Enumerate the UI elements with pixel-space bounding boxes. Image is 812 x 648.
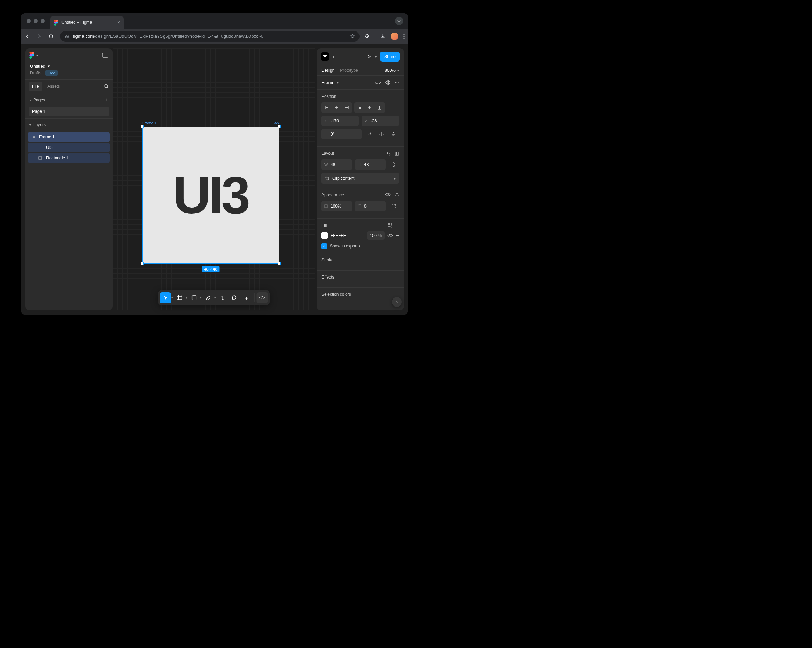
corners-icon[interactable]	[389, 201, 399, 211]
add-effect-icon[interactable]: +	[397, 275, 399, 280]
show-exports-checkbox[interactable]: ✓	[321, 243, 327, 249]
code-icon[interactable]: </>	[375, 80, 381, 85]
rotation-input[interactable]: 0°	[321, 129, 362, 139]
resize-handle[interactable]	[141, 125, 143, 128]
layer-frame[interactable]: ⌗ Frame 1	[28, 132, 110, 142]
resize-handle[interactable]	[278, 125, 281, 128]
flip-v-icon[interactable]	[388, 129, 399, 139]
chevron-down-icon[interactable]: ▾	[375, 55, 377, 59]
layer-text[interactable]: T UI3	[28, 143, 110, 152]
align-hcenter[interactable]	[332, 103, 342, 112]
dev-mode-tool[interactable]: </>	[257, 292, 268, 303]
visibility-icon[interactable]	[385, 193, 391, 197]
present-button[interactable]	[366, 54, 371, 59]
help-button[interactable]: ?	[392, 297, 402, 307]
component-icon[interactable]	[385, 80, 390, 85]
actions-tool[interactable]: +	[241, 292, 252, 303]
resize-handle[interactable]	[141, 262, 143, 265]
align-left[interactable]	[322, 103, 332, 112]
team-icon[interactable]	[321, 52, 329, 61]
new-tab-button[interactable]: +	[127, 17, 136, 25]
shape-tool[interactable]	[189, 292, 200, 303]
add-stroke-icon[interactable]: +	[397, 258, 399, 263]
add-page-button[interactable]: +	[105, 97, 108, 103]
align-bottom[interactable]	[375, 103, 384, 112]
autolayout-wrap-icon[interactable]	[386, 151, 391, 156]
fill-visibility-icon[interactable]	[388, 234, 393, 238]
browser-tab[interactable]: Untitled – Figma ×	[50, 16, 124, 29]
bookmark-icon[interactable]	[350, 34, 355, 39]
fill-opacity[interactable]: 100%	[367, 231, 385, 240]
y-input[interactable]: Y-36	[362, 116, 399, 126]
layer-rect[interactable]: Rectangle 1	[28, 153, 110, 163]
browser-menu-icon[interactable]	[403, 34, 404, 39]
profile-avatar[interactable]	[391, 32, 398, 40]
zoom-control[interactable]: 800%▾	[385, 68, 399, 73]
canvas[interactable]: Frame 1 </> UI3 48 × 48 ▾ ▾	[113, 48, 315, 310]
tab-design[interactable]: Design	[321, 68, 334, 73]
svg-rect-23	[387, 80, 389, 82]
window-controls[interactable]	[24, 19, 47, 23]
blend-icon[interactable]	[395, 193, 399, 197]
add-fill-icon[interactable]: +	[397, 223, 399, 228]
share-button[interactable]: Share	[380, 52, 400, 61]
tab-prototype[interactable]: Prototype	[340, 68, 358, 73]
chevron-down-icon[interactable]: ▾	[186, 296, 188, 300]
frame-label[interactable]: Frame 1	[142, 121, 157, 125]
align-right[interactable]	[342, 103, 351, 112]
tab-file[interactable]: File	[29, 82, 42, 91]
downloads-icon[interactable]	[380, 33, 386, 39]
constrain-icon[interactable]	[389, 159, 399, 170]
more-align-icon[interactable]: ⋯	[394, 104, 399, 111]
align-top[interactable]	[355, 103, 365, 112]
pages-header[interactable]: ▾Pages	[29, 98, 45, 102]
frame-tool[interactable]	[174, 292, 186, 303]
width-input[interactable]: W48	[321, 159, 352, 170]
panel-toggle-icon[interactable]	[102, 53, 108, 58]
svg-rect-1	[65, 35, 67, 36]
chevron-down-icon[interactable]: ▾	[333, 55, 334, 59]
align-vcenter[interactable]	[365, 103, 375, 112]
dimensions-badge: 48 × 48	[201, 266, 220, 272]
layers-header[interactable]: ▾Layers	[29, 122, 46, 127]
fill-swatch[interactable]	[321, 232, 328, 239]
url-path: /design/ESaUdUOqVTExjPRxaYSg5g/Untitled?…	[94, 34, 263, 39]
address-bar[interactable]: figma.com/design/ESaUdUOqVTExjPRxaYSg5g/…	[60, 31, 360, 41]
figma-menu[interactable]: ▾	[29, 52, 38, 59]
height-input[interactable]: H48	[355, 159, 386, 170]
file-name[interactable]: Untitled ▾	[25, 62, 113, 70]
drafts-link[interactable]: Drafts	[30, 70, 41, 75]
remove-fill-icon[interactable]: −	[396, 232, 399, 239]
styles-icon[interactable]	[388, 223, 392, 228]
opacity-input[interactable]: 100%	[321, 201, 352, 211]
tab-close-icon[interactable]: ×	[118, 20, 120, 25]
back-button[interactable]	[24, 34, 32, 39]
pen-tool[interactable]	[203, 292, 214, 303]
chevron-down-icon[interactable]: ▾	[171, 296, 174, 300]
flip-90-icon[interactable]	[365, 129, 375, 139]
move-tool[interactable]	[160, 292, 171, 303]
devmode-icon[interactable]: </>	[274, 121, 279, 125]
resize-handle[interactable]	[278, 262, 281, 265]
frame-type[interactable]: Frame▾	[321, 80, 339, 85]
radius-input[interactable]: 0	[355, 201, 386, 211]
autolayout-add-icon[interactable]	[394, 151, 399, 156]
chevron-down-icon[interactable]: ▾	[214, 296, 217, 300]
more-icon[interactable]: ⋯	[394, 80, 399, 85]
tab-overflow-button[interactable]	[395, 17, 403, 25]
tab-assets[interactable]: Assets	[44, 82, 63, 91]
x-input[interactable]: X-170	[321, 116, 359, 126]
fill-hex[interactable]: FFFFFF	[331, 233, 364, 238]
page-item[interactable]: Page 1	[29, 107, 109, 116]
flip-h-icon[interactable]	[376, 129, 387, 139]
chevron-down-icon[interactable]: ▾	[200, 296, 202, 300]
clip-content-select[interactable]: Clip content ▾	[321, 173, 399, 184]
comment-tool[interactable]	[229, 292, 240, 303]
forward-button[interactable]	[36, 34, 44, 39]
search-icon[interactable]	[104, 84, 109, 89]
text-tool[interactable]: T	[217, 292, 229, 303]
selected-frame[interactable]: UI3 48 × 48	[142, 127, 279, 264]
extensions-icon[interactable]	[364, 33, 370, 39]
site-info-icon[interactable]	[64, 34, 70, 39]
reload-button[interactable]	[48, 34, 56, 39]
